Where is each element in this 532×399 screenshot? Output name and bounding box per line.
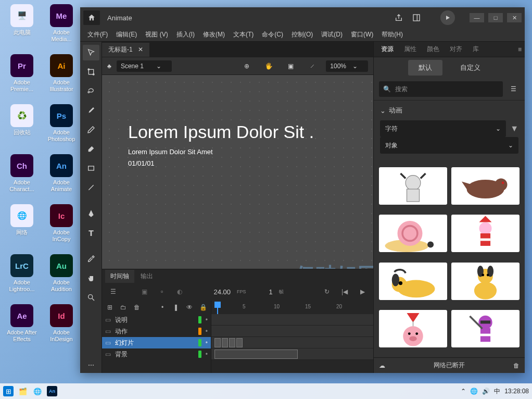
tab-align[interactable]: 对齐	[446, 43, 466, 56]
play-icon[interactable]: ▶	[357, 286, 368, 297]
close-button[interactable]: ✕	[507, 13, 522, 22]
menu-item[interactable]: 插入(I)	[173, 29, 198, 41]
prev-kf-icon[interactable]: |◀	[339, 286, 350, 297]
fps-value[interactable]: 24.00	[213, 288, 231, 296]
layer-row[interactable]: ▭幻灯片•	[102, 337, 211, 348]
desktop-icon[interactable]: PsAdobe Photoshop	[44, 104, 79, 150]
tray-chevron-icon[interactable]: ⌃	[461, 388, 466, 395]
minimize-button[interactable]: —	[470, 13, 484, 22]
search-input[interactable]: 🔍 搜索	[379, 81, 503, 97]
sound-icon[interactable]: 🔊	[482, 388, 490, 395]
lock-icon[interactable]: 🔒	[198, 303, 208, 312]
pencil-tool[interactable]	[83, 122, 99, 138]
close-tab-icon[interactable]: ✕	[138, 46, 143, 53]
text-tool[interactable]	[83, 225, 99, 241]
panel-menu-icon[interactable]: ≡	[518, 46, 522, 53]
mode-custom-button[interactable]: 自定义	[450, 60, 491, 76]
menu-item[interactable]: 控制(O)	[288, 29, 316, 41]
center-stage-icon[interactable]: ⊕	[238, 58, 255, 74]
asset-pig[interactable]	[379, 310, 447, 347]
play-button[interactable]	[440, 10, 455, 25]
tab-library[interactable]: 库	[468, 43, 483, 56]
desktop-icon[interactable]: AeAdobe After Effects	[4, 304, 40, 350]
bounds-icon[interactable]: ⟋	[304, 58, 321, 74]
menu-item[interactable]: 修改(M)	[200, 29, 228, 41]
desktop-icon[interactable]: PrAdobe Premie...	[4, 54, 40, 100]
animate-task-icon[interactable]: An	[47, 386, 57, 396]
folder-button[interactable]: 🗀	[119, 303, 128, 312]
desktop-icon[interactable]: 🌐网络	[4, 204, 40, 250]
camera-icon[interactable]: ▣	[138, 286, 150, 297]
brush-tool[interactable]	[83, 103, 99, 118]
asset-wolf[interactable]	[451, 167, 520, 205]
desktop-icon[interactable]: MeAdobe Media...	[44, 4, 79, 50]
clock[interactable]: 13:28:08	[504, 388, 529, 395]
zoom-selector[interactable]: 100% ⌄	[326, 60, 368, 72]
hand-tool[interactable]	[83, 270, 99, 286]
track-row[interactable]	[211, 326, 373, 337]
visibility-icon[interactable]: 👁	[185, 303, 194, 312]
stage-canvas[interactable]: 亿破姐网站 Lorem Ipsum Dolor Sit . Lorem Ipsu…	[102, 75, 373, 269]
zoom-tool[interactable]	[83, 290, 99, 305]
maximize-button[interactable]: □	[488, 13, 503, 22]
desktop-icon[interactable]: AiAdobe Illustrator	[44, 54, 79, 100]
scene-selector[interactable]: Scene 1 ⌄	[117, 60, 172, 72]
delete-layer-button[interactable]: 🗑	[132, 303, 142, 312]
delete-icon[interactable]: 🗑	[513, 362, 520, 369]
desktop-icon[interactable]: LrCAdobe Lightroo...	[4, 254, 40, 300]
asset-mummy[interactable]	[379, 167, 447, 205]
menu-item[interactable]: 文件(F)	[84, 29, 111, 41]
eyedrop-tool[interactable]	[83, 251, 99, 267]
highlight-icon[interactable]: •	[158, 303, 167, 312]
selection-tool[interactable]	[83, 45, 99, 60]
doc-tab-untitled[interactable]: 无标题-1 ✕	[102, 43, 149, 57]
outline-icon[interactable]: ❚	[171, 303, 181, 312]
desktop-icon[interactable]: 🖥️此电脑	[4, 4, 40, 50]
layer-row[interactable]: ▭说明•	[102, 314, 211, 326]
desktop-icon[interactable]: ♻️回收站	[4, 104, 40, 150]
lasso-tool[interactable]	[83, 83, 99, 99]
desktop-icon[interactable]: IcAdobe InCopy	[44, 204, 79, 250]
desktop-icon[interactable]: IdAdobe InDesign	[44, 304, 79, 350]
menu-item[interactable]: 窗口(W)	[348, 29, 376, 41]
add-layer-button[interactable]: ⊞	[105, 303, 115, 312]
menu-item[interactable]: 帮助(H)	[378, 29, 406, 41]
rotate-icon[interactable]: 🖐	[260, 58, 277, 74]
dd-object[interactable]: 对象⌄	[380, 137, 518, 154]
timeline-tracks[interactable]: 5 10 15 20	[211, 301, 373, 373]
clip-icon[interactable]: ▣	[282, 58, 299, 74]
menu-item[interactable]: 视图 (V)	[142, 29, 171, 41]
rectangle-tool[interactable]	[83, 160, 99, 176]
asset-snail[interactable]	[379, 215, 447, 252]
frame-ruler[interactable]: 5 10 15 20	[211, 301, 373, 314]
layout-icon[interactable]	[409, 10, 424, 25]
layer-row[interactable]: ▭动作•	[102, 326, 211, 337]
parent-icon[interactable]: ⚬	[156, 286, 168, 297]
pen-tool[interactable]	[83, 206, 99, 221]
tab-color[interactable]: 颜色	[423, 43, 444, 56]
loop-icon[interactable]: ↻	[321, 286, 333, 297]
more-tools[interactable]: ⋯	[83, 357, 99, 373]
menu-item[interactable]: 编辑(E)	[113, 29, 140, 41]
onion-icon[interactable]: ◐	[174, 286, 185, 297]
asset-dog-lying[interactable]	[379, 263, 447, 300]
asset-santa[interactable]	[451, 215, 520, 252]
desktop-icon[interactable]: AuAdobe Audition	[44, 254, 79, 300]
track-row[interactable]	[211, 314, 373, 326]
start-button[interactable]: ⊞	[3, 386, 14, 396]
tab-output[interactable]: 输出	[135, 270, 158, 283]
network-icon[interactable]: 🌐	[470, 388, 478, 395]
home-button[interactable]	[83, 10, 100, 25]
menu-item[interactable]: 文本(T)	[230, 29, 257, 41]
explorer-icon[interactable]: 🗂️	[18, 386, 28, 396]
track-row[interactable]	[211, 337, 373, 348]
layer-row[interactable]: ▭背景•	[102, 348, 211, 360]
tab-properties[interactable]: 属性	[400, 43, 421, 56]
asset-dog-sitting[interactable]	[451, 263, 520, 300]
section-animation[interactable]: ⌄ 动画	[380, 106, 518, 115]
frame-value[interactable]: 1	[269, 288, 273, 296]
edge-icon[interactable]: 🌐	[32, 386, 43, 396]
mode-default-button[interactable]: 默认	[408, 60, 442, 76]
free-transform-tool[interactable]	[83, 64, 99, 80]
share-icon[interactable]	[391, 10, 406, 25]
